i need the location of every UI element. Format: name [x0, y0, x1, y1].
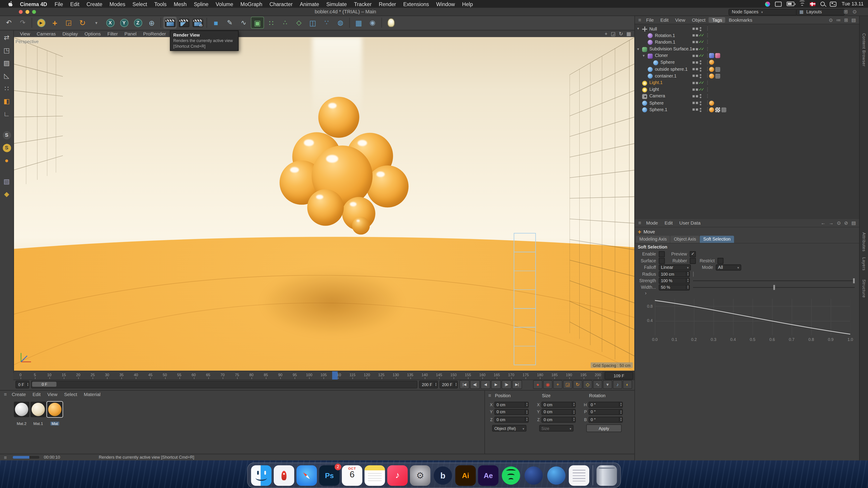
- object-row[interactable]: outside sphere.1⋮: [635, 66, 859, 73]
- menubar-item-render[interactable]: Render: [375, 1, 400, 7]
- stepper-arrows[interactable]: ▴▾: [525, 417, 528, 422]
- stepper-arrows[interactable]: ▴▾: [619, 417, 622, 422]
- rotate-tool-icon[interactable]: ↻: [76, 17, 89, 29]
- menubar-item-volume[interactable]: Volume: [212, 1, 237, 7]
- find-icon[interactable]: ⊙: [837, 220, 841, 226]
- keyboard-flag-icon[interactable]: [810, 2, 815, 6]
- object-row[interactable]: container.1⋮: [635, 73, 859, 79]
- position-z-field[interactable]: 0 cm▴▾: [494, 416, 529, 422]
- slider-handle[interactable]: [853, 278, 855, 283]
- stepper-arrows[interactable]: ▴▾: [572, 417, 575, 422]
- width-field[interactable]: 50 % ▴▾: [659, 284, 690, 290]
- row-menu-icon[interactable]: ⋮: [705, 33, 710, 38]
- deformer-icon[interactable]: ◇: [292, 17, 306, 29]
- menubar-item-modes[interactable]: Modes: [106, 1, 129, 7]
- finder-dock-icon[interactable]: [251, 465, 272, 486]
- falloff-dropdown[interactable]: Linear▾: [659, 264, 691, 270]
- texture-tag[interactable]: [715, 107, 720, 112]
- menubar-item-help[interactable]: Help: [458, 1, 476, 7]
- scale-tool-icon[interactable]: ◲: [62, 17, 75, 29]
- make-editable-icon[interactable]: ⇄: [1, 32, 12, 43]
- expander-icon[interactable]: ▾: [637, 47, 639, 51]
- panel-menu-icon[interactable]: ≡: [2, 455, 8, 460]
- layouts-dropdown[interactable]: ▦Layouts: [796, 8, 845, 15]
- axis-mode-icon[interactable]: ∟: [1, 108, 12, 120]
- menubar-item-window[interactable]: Window: [433, 1, 459, 7]
- timeline-slider-handle[interactable]: 0 F: [32, 382, 57, 387]
- attribute-menu-edit[interactable]: Edit: [661, 220, 676, 226]
- object-row[interactable]: Light.1✓✓⋮: [635, 79, 859, 86]
- redo-icon[interactable]: ↷: [16, 17, 29, 29]
- node-spaces-dropdown[interactable]: Node Spaces▾: [728, 8, 797, 15]
- enabled-check-icon[interactable]: ✓✓: [699, 46, 704, 51]
- add-layout-icon[interactable]: ⊞: [844, 9, 848, 14]
- uvw-tag[interactable]: [721, 107, 726, 112]
- slider-handle[interactable]: [773, 285, 775, 290]
- lock-x-axis-icon[interactable]: X: [103, 17, 117, 29]
- forward-icon[interactable]: →: [829, 220, 834, 226]
- menubar-item-simulate[interactable]: Simulate: [323, 1, 350, 7]
- instance-icon[interactable]: ∵: [320, 17, 333, 29]
- menubar-item-animate[interactable]: Animate: [296, 1, 322, 7]
- falloff-curve-plot[interactable]: [655, 299, 850, 335]
- apply-button[interactable]: Apply: [586, 424, 622, 432]
- illustrator-dock-icon[interactable]: Ai: [455, 465, 476, 486]
- texture-mode-icon[interactable]: ▨: [1, 58, 12, 69]
- keyframe-parameter-button[interactable]: ◇: [583, 380, 592, 389]
- object-row[interactable]: ▾Subdivision Surface.1✓✓⋮: [635, 46, 859, 53]
- symmetry-icon[interactable]: ◫: [306, 17, 319, 29]
- enable-checkbox[interactable]: [659, 251, 665, 257]
- battery-icon[interactable]: [787, 2, 795, 6]
- phong-tag[interactable]: [709, 101, 714, 105]
- auto-snap-toggle-icon[interactable]: S: [1, 142, 12, 153]
- render-region-icon[interactable]: [177, 17, 191, 29]
- viewport-menu-cameras[interactable]: Cameras: [33, 31, 59, 36]
- subdivision-surface-icon[interactable]: ▣: [251, 17, 264, 29]
- material-mat-1[interactable]: Mat.1: [30, 402, 46, 427]
- panel-menu-icon[interactable]: ≡: [487, 393, 493, 398]
- object-row[interactable]: Light✓✓⋮: [635, 86, 859, 93]
- panel-icon[interactable]: ▤: [851, 17, 856, 22]
- goto-start-button[interactable]: |◀: [460, 380, 469, 389]
- add-cube-icon[interactable]: ■: [209, 17, 223, 29]
- viewport-menu-display[interactable]: Display: [59, 31, 81, 36]
- curve-expander-icon[interactable]: [635, 291, 859, 296]
- rocket-app-dock-icon[interactable]: [274, 465, 294, 486]
- stepper-arrows[interactable]: ▴▾: [525, 410, 528, 414]
- viewport-menu-view[interactable]: View: [17, 31, 33, 36]
- enabled-check-icon[interactable]: ✓✓: [699, 87, 704, 92]
- filter-icon[interactable]: ≔: [836, 17, 841, 22]
- timeline-slider[interactable]: 0 F: [31, 381, 417, 388]
- material-mat[interactable]: Mat: [46, 402, 63, 427]
- previous-key-button[interactable]: ◀|: [470, 380, 480, 389]
- render-view-icon[interactable]: [163, 17, 177, 29]
- position-y-field[interactable]: 0 cm▴▾: [494, 409, 529, 415]
- weight-tag[interactable]: [715, 53, 720, 58]
- workplane-mode-icon[interactable]: ◺: [1, 70, 12, 81]
- restrict-checkbox[interactable]: [717, 258, 723, 264]
- material-mat-2[interactable]: Mat.2: [13, 402, 30, 427]
- object-row[interactable]: ▾Null⋮: [635, 26, 859, 32]
- model-mode-icon[interactable]: ◳: [1, 45, 12, 56]
- stepper-arrows[interactable]: ▴▾: [619, 402, 622, 407]
- search-icon[interactable]: ⊙: [829, 17, 833, 22]
- viewport-menu-filter[interactable]: Filter: [104, 31, 121, 36]
- lock-axis-icon[interactable]: ◆: [1, 189, 12, 200]
- mode-dropdown[interactable]: All▾: [716, 264, 741, 270]
- attribute-menu-mode[interactable]: Mode: [643, 220, 661, 226]
- enabled-check-icon[interactable]: ✓✓: [699, 80, 704, 85]
- menubar-item-tracker[interactable]: Tracker: [350, 1, 375, 7]
- sphere-object[interactable]: [352, 217, 370, 234]
- max-frame-field[interactable]: 200 F ▴▾: [439, 381, 458, 388]
- tab-soft-selection[interactable]: Soft Selection: [700, 236, 734, 243]
- object-menu-tags[interactable]: Tags: [709, 17, 725, 22]
- rotate-view-icon[interactable]: ↻: [619, 31, 623, 36]
- enabled-check-icon[interactable]: ✓✓: [699, 53, 704, 58]
- phong-tag[interactable]: [709, 67, 714, 72]
- preview-end-field[interactable]: 200 F ▴▾: [419, 381, 438, 388]
- spotify-dock-icon[interactable]: [501, 465, 521, 486]
- keyframe-scale-button[interactable]: ◲: [563, 380, 572, 389]
- control-center-icon[interactable]: [830, 1, 837, 6]
- position-x-field[interactable]: 0 cm▴▾: [494, 401, 529, 408]
- lock-icon[interactable]: ⊘: [844, 220, 848, 226]
